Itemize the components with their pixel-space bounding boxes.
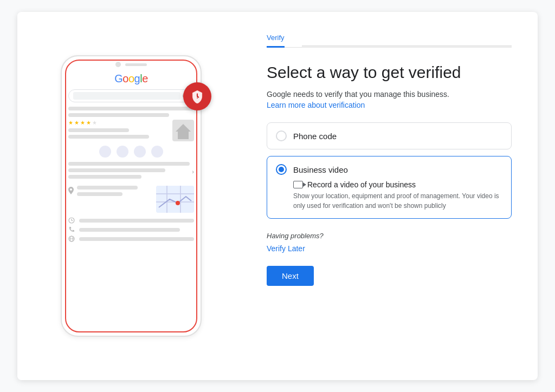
clock-row xyxy=(68,217,194,224)
skeleton-4 xyxy=(68,135,149,139)
map-graphic xyxy=(156,186,194,213)
star-5-empty: ★ xyxy=(92,120,97,126)
section-arrow: › xyxy=(68,162,194,181)
star-1: ★ xyxy=(68,120,73,126)
option-card-phone[interactable]: Phone code xyxy=(267,122,512,149)
radio-video xyxy=(276,164,287,175)
verify-later-link[interactable]: Verify Later xyxy=(267,244,512,253)
star-4: ★ xyxy=(86,120,91,126)
option-video-detail-header: Record a video of your business xyxy=(293,180,502,189)
svg-rect-1 xyxy=(156,186,194,213)
biz-lines: ★ ★ ★ ★ ★ xyxy=(68,120,169,141)
action-icon-1 xyxy=(99,146,111,158)
radio-phone xyxy=(276,130,287,141)
problems-text: Having problems? xyxy=(267,232,512,240)
option-video-detail-desc: Show your location, equipment and proof … xyxy=(293,191,502,211)
phone-speaker xyxy=(125,63,147,66)
option-video-detail: Record a video of your business Show you… xyxy=(293,180,502,211)
page-title: Select a way to get verified xyxy=(267,63,512,82)
phone-row xyxy=(68,226,194,233)
star-2: ★ xyxy=(74,120,79,126)
skeleton-11 xyxy=(79,228,180,232)
progress-line xyxy=(302,45,512,47)
clock-icon xyxy=(68,217,75,224)
phone-content: Google ★ ★ xyxy=(62,70,201,251)
stars-row: ★ ★ ★ ★ ★ xyxy=(68,120,169,126)
option-phone-header: Phone code xyxy=(276,130,502,141)
map-thumbnail xyxy=(156,186,194,213)
skeleton-3 xyxy=(68,128,129,132)
biz-image xyxy=(172,120,194,141)
phone-wrap: ! Google xyxy=(61,55,202,337)
skeleton-5 xyxy=(68,162,190,166)
skeleton-12 xyxy=(79,237,194,241)
action-icon-3 xyxy=(134,146,146,158)
skeleton-7 xyxy=(68,175,141,179)
main-container: ! Google xyxy=(17,12,538,380)
google-logo: Google xyxy=(68,73,194,85)
radio-video-dot xyxy=(279,167,284,172)
learn-more-link[interactable]: Learn more about verification xyxy=(267,101,512,109)
option-video-detail-title: Record a video of your business xyxy=(307,180,416,189)
option-card-video[interactable]: Business video Record a video of your bu… xyxy=(267,156,512,219)
action-icon-2 xyxy=(117,146,128,158)
phone-search-bar xyxy=(68,89,194,102)
description-text: Google needs to verify that you manage t… xyxy=(267,90,512,99)
illustration-panel: ! Google xyxy=(17,12,245,380)
phone-device: Google ★ ★ xyxy=(61,55,202,337)
skeleton-9 xyxy=(77,192,122,196)
chevron-right-icon: › xyxy=(192,168,194,175)
phone-icon xyxy=(68,226,75,233)
phone-business-card: ★ ★ ★ ★ ★ xyxy=(68,120,194,141)
tab-verify[interactable]: Verify xyxy=(267,34,285,48)
skeleton-1 xyxy=(68,107,194,110)
map-section xyxy=(68,186,194,213)
skeleton-8 xyxy=(77,186,138,190)
svg-point-6 xyxy=(176,201,180,205)
star-3: ★ xyxy=(80,120,85,126)
option-video-header: Business video xyxy=(276,164,502,175)
map-pin xyxy=(68,186,74,197)
globe-icon xyxy=(68,236,75,242)
skeleton-2 xyxy=(68,113,169,117)
option-video-label: Business video xyxy=(293,165,348,174)
biz-body xyxy=(178,132,189,139)
right-panel: Verify Select a way to get verified Goog… xyxy=(245,12,538,380)
phone-notch xyxy=(62,56,201,70)
video-camera-icon xyxy=(293,181,303,188)
option-phone-label: Phone code xyxy=(293,132,337,141)
skeleton-10 xyxy=(79,219,194,223)
shield-badge: ! xyxy=(183,82,211,110)
location-icon xyxy=(68,187,74,194)
section-lines xyxy=(68,162,190,181)
skeleton-6 xyxy=(68,168,165,172)
next-button[interactable]: Next xyxy=(267,266,314,286)
biz-roof xyxy=(176,124,191,132)
globe-row xyxy=(68,236,194,242)
shield-icon: ! xyxy=(190,89,204,103)
action-icons-row xyxy=(68,146,194,158)
phone-search-input xyxy=(73,92,180,100)
svg-text:!: ! xyxy=(196,94,198,100)
phone-camera xyxy=(115,62,121,67)
action-icon-4 xyxy=(151,146,163,158)
tab-bar: Verify xyxy=(267,34,512,48)
